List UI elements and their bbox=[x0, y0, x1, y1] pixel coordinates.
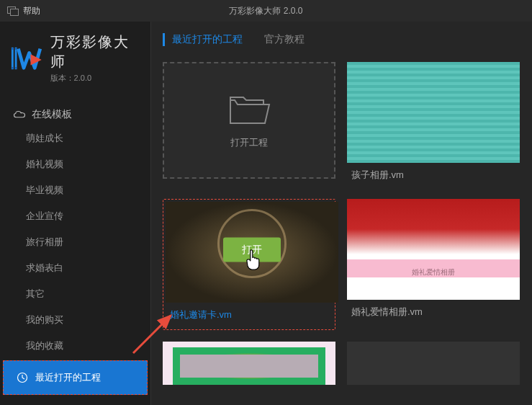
tab-recent[interactable]: 最近打开的工程 bbox=[172, 32, 243, 48]
project-card-blank[interactable] bbox=[347, 342, 520, 385]
svg-rect-0 bbox=[12, 47, 14, 68]
thumbnail: 打开 bbox=[166, 202, 338, 303]
sidebar-my-purchases[interactable]: 我的购买 bbox=[0, 307, 150, 333]
project-card-wedding-love-album[interactable]: 婚礼爱情相册 婚礼爱情相册.vm bbox=[347, 199, 520, 330]
tab-official-tutorial[interactable]: 官方教程 bbox=[264, 32, 305, 48]
thumbnail bbox=[347, 62, 520, 163]
svg-point-4 bbox=[12, 67, 13, 68]
project-label: 婚礼邀请卡.vm bbox=[166, 303, 333, 327]
svg-point-5 bbox=[15, 67, 17, 68]
cloud-icon bbox=[13, 110, 26, 120]
project-label: 婚礼爱情相册.vm bbox=[347, 300, 520, 324]
app-logo-icon bbox=[10, 44, 43, 73]
logo-area: 万彩影像大师 版本：2.0.0 bbox=[0, 22, 150, 89]
titlebar: 帮助 万彩影像大师 2.0.0 bbox=[0, 0, 532, 22]
thumb-inner-text: 婚礼爱情相册 bbox=[412, 267, 455, 277]
project-card-flower-frame[interactable] bbox=[163, 342, 335, 385]
logo-version: 版本：2.0.0 bbox=[50, 73, 140, 84]
open-project-label: 打开工程 bbox=[230, 136, 268, 149]
online-templates-header[interactable]: 在线模板 bbox=[0, 101, 150, 125]
project-grid: 打开工程 孩子相册.vm 打开 婚礼邀请卡.vm 婚礼爱情相册 bbox=[151, 55, 532, 392]
sidebar-used-templates[interactable]: 使用过的模板 bbox=[0, 396, 150, 405]
sidebar-item-graduation[interactable]: 毕业视频 bbox=[0, 177, 150, 203]
sidebar: 万彩影像大师 版本：2.0.0 在线模板 萌娃成长 婚礼视频 毕业视频 企业宣传… bbox=[0, 22, 151, 405]
project-label: 孩子相册.vm bbox=[347, 163, 520, 187]
folder-open-icon bbox=[227, 92, 271, 128]
thumbnail bbox=[163, 342, 335, 385]
sidebar-item-travel[interactable]: 旅行相册 bbox=[0, 229, 150, 255]
tabs: 最近打开的工程 官方教程 bbox=[151, 22, 532, 55]
open-project-card[interactable]: 打开工程 bbox=[163, 62, 335, 187]
clock-icon bbox=[17, 372, 28, 383]
sidebar-my-favorites[interactable]: 我的收藏 bbox=[0, 333, 150, 359]
logo-title: 万彩影像大师 bbox=[50, 32, 140, 71]
cursor-hand-icon bbox=[244, 249, 264, 272]
sidebar-item-corporate[interactable]: 企业宣传 bbox=[0, 203, 150, 229]
thumbnail bbox=[347, 342, 520, 385]
sidebar-item-wedding-video[interactable]: 婚礼视频 bbox=[0, 151, 150, 177]
project-card-wedding-invite[interactable]: 打开 婚礼邀请卡.vm bbox=[163, 199, 335, 330]
window-stack-icon bbox=[7, 6, 17, 15]
help-menu[interactable]: 帮助 bbox=[23, 5, 40, 17]
thumbnail: 婚礼爱情相册 bbox=[347, 199, 520, 300]
tab-active-marker bbox=[163, 33, 165, 46]
svg-point-2 bbox=[12, 48, 13, 49]
sidebar-recent-projects[interactable]: 最近打开的工程 bbox=[3, 360, 148, 395]
svg-point-3 bbox=[15, 48, 17, 49]
svg-rect-1 bbox=[15, 47, 17, 68]
project-card-child-album[interactable]: 孩子相册.vm bbox=[347, 62, 520, 187]
content-area: 最近打开的工程 官方教程 打开工程 孩子相册.vm 打开 bbox=[151, 22, 532, 405]
sidebar-item-other[interactable]: 其它 bbox=[0, 281, 150, 307]
window-title: 万彩影像大师 2.0.0 bbox=[229, 5, 302, 17]
recent-projects-label: 最近打开的工程 bbox=[35, 371, 101, 384]
sidebar-item-proposal[interactable]: 求婚表白 bbox=[0, 255, 150, 281]
online-templates-label: 在线模板 bbox=[32, 108, 72, 121]
sidebar-item-growth[interactable]: 萌娃成长 bbox=[0, 125, 150, 151]
